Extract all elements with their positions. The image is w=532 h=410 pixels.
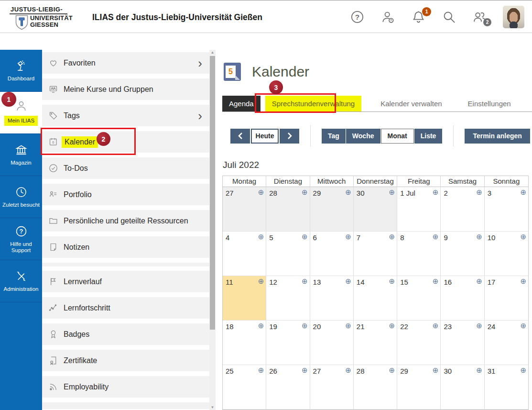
- notification-person-icon[interactable]: [380, 10, 395, 24]
- add-appointment-icon[interactable]: ⊕: [302, 277, 308, 285]
- day-cell-29[interactable]: 29⊕: [397, 365, 441, 410]
- sidebar-item-hilfe-und-support[interactable]: ?Hilfe und Support: [0, 218, 42, 260]
- scrollbar-thumb[interactable]: [210, 56, 215, 330]
- add-appointment-icon[interactable]: ⊕: [389, 233, 395, 240]
- view-liste-button[interactable]: Liste: [414, 129, 443, 144]
- today-button[interactable]: Heute: [251, 129, 279, 144]
- add-appointment-icon[interactable]: ⊕: [258, 188, 264, 196]
- tab-kalender-verwalten[interactable]: Kalender verwalten: [374, 96, 448, 111]
- scroll-up-icon[interactable]: ▲: [209, 50, 216, 55]
- day-cell-29[interactable]: 29⊕: [310, 187, 354, 232]
- add-appointment-icon[interactable]: ⊕: [433, 277, 439, 285]
- menu-item-lernfortschritt[interactable]: Lernfortschritt: [42, 297, 209, 319]
- add-appointment-icon[interactable]: ⊕: [433, 188, 439, 196]
- day-cell-4[interactable]: 4⊕: [223, 232, 266, 276]
- menu-item-favoriten[interactable]: Favoriten›: [42, 52, 209, 74]
- menu-item-notizen[interactable]: Notizen: [42, 236, 209, 258]
- day-cell-13[interactable]: 13⊕: [310, 276, 354, 321]
- day-cell-28[interactable]: 28⊕: [354, 365, 397, 410]
- day-cell-8[interactable]: 8⊕: [397, 232, 441, 276]
- sidebar-item-dashboard[interactable]: Dashboard: [0, 50, 42, 92]
- sidebar-item-magazin[interactable]: Magazin: [0, 134, 42, 176]
- add-appointment-icon[interactable]: ⊕: [345, 277, 351, 285]
- add-appointment-icon[interactable]: ⊕: [433, 366, 439, 374]
- menu-item-badges[interactable]: Badges: [42, 323, 209, 345]
- day-cell-24[interactable]: 24⊕: [485, 321, 528, 365]
- day-cell-28[interactable]: 28⊕: [266, 187, 310, 232]
- day-cell-23[interactable]: 23⊕: [441, 321, 484, 365]
- day-cell-31[interactable]: 31⊕: [485, 365, 528, 410]
- add-appointment-icon[interactable]: ⊕: [433, 233, 439, 240]
- bell-icon[interactable]: 1: [411, 10, 426, 24]
- add-appointment-icon[interactable]: ⊕: [302, 233, 308, 240]
- add-appointment-icon[interactable]: ⊕: [389, 188, 395, 196]
- day-cell-30[interactable]: 30⊕: [441, 365, 484, 410]
- day-cell-22[interactable]: 22⊕: [397, 321, 441, 365]
- day-cell-12[interactable]: 12⊕: [266, 276, 310, 321]
- add-appointment-icon[interactable]: ⊕: [520, 366, 526, 374]
- help-icon[interactable]: ?: [350, 10, 365, 24]
- add-appointment-icon[interactable]: ⊕: [345, 322, 351, 329]
- add-appointment-icon[interactable]: ⊕: [476, 188, 482, 196]
- add-appointment-icon[interactable]: ⊕: [476, 366, 482, 374]
- day-cell-25[interactable]: 25⊕: [223, 365, 266, 410]
- user-avatar[interactable]: [503, 6, 524, 28]
- create-appointment-button[interactable]: Termin anlegen: [465, 129, 530, 144]
- menu-item-zertifikate[interactable]: Zertifikate: [42, 350, 209, 371]
- day-cell-26[interactable]: 26⊕: [266, 365, 310, 410]
- view-monat-button[interactable]: Monat: [381, 129, 414, 144]
- add-appointment-icon[interactable]: ⊕: [345, 188, 351, 196]
- menu-item-employability[interactable]: Employability: [42, 376, 209, 398]
- day-cell-3[interactable]: 3⊕: [485, 187, 528, 232]
- scroll-down-icon[interactable]: ▼: [209, 405, 216, 410]
- add-appointment-icon[interactable]: ⊕: [476, 277, 482, 285]
- add-appointment-icon[interactable]: ⊕: [389, 277, 395, 285]
- view-tag-button[interactable]: Tag: [322, 129, 346, 144]
- tab-einstellungen[interactable]: Einstellungen: [461, 96, 518, 111]
- add-appointment-icon[interactable]: ⊕: [258, 366, 264, 374]
- sidebar-item-administration[interactable]: Administration: [0, 260, 42, 302]
- day-cell-30[interactable]: 30⊕: [354, 187, 397, 232]
- day-cell-16[interactable]: 16⊕: [441, 276, 484, 321]
- day-cell-14[interactable]: 14⊕: [354, 276, 397, 321]
- add-appointment-icon[interactable]: ⊕: [302, 188, 308, 196]
- add-appointment-icon[interactable]: ⊕: [476, 322, 482, 329]
- university-logo[interactable]: JUSTUS-LIEBIG- UNIVERSITÄT GIESSEN: [10, 5, 73, 30]
- add-appointment-icon[interactable]: ⊕: [476, 233, 482, 240]
- add-appointment-icon[interactable]: ⊕: [520, 277, 526, 285]
- day-cell-20[interactable]: 20⊕: [310, 321, 354, 365]
- day-cell-2[interactable]: 2⊕: [441, 187, 484, 232]
- search-icon[interactable]: [442, 10, 456, 24]
- add-appointment-icon[interactable]: ⊕: [258, 277, 264, 285]
- online-users-icon[interactable]: 2: [472, 10, 487, 24]
- day-cell-1-jul[interactable]: 1 Jul⊕: [397, 187, 441, 232]
- add-appointment-icon[interactable]: ⊕: [433, 322, 439, 329]
- add-appointment-icon[interactable]: ⊕: [345, 366, 351, 374]
- menu-item-lernverlauf[interactable]: Lernverlauf: [42, 271, 209, 292]
- day-cell-11[interactable]: 11⊕: [223, 276, 266, 321]
- add-appointment-icon[interactable]: ⊕: [302, 322, 308, 329]
- add-appointment-icon[interactable]: ⊕: [520, 188, 526, 196]
- menu-scrollbar[interactable]: ▲ ▼: [209, 50, 216, 410]
- day-cell-10[interactable]: 10⊕: [485, 232, 528, 276]
- day-cell-18[interactable]: 18⊕: [223, 321, 266, 365]
- menu-item-meine-kurse-und-gruppen[interactable]: Meine Kurse und Gruppen: [42, 78, 209, 100]
- menu-item-portfolio[interactable]: Portfolio: [42, 184, 209, 205]
- add-appointment-icon[interactable]: ⊕: [345, 233, 351, 240]
- sidebar-item-zuletzt-besucht[interactable]: Zuletzt besucht: [0, 176, 42, 218]
- day-cell-5[interactable]: 5⊕: [266, 232, 310, 276]
- view-woche-button[interactable]: Woche: [346, 129, 380, 144]
- day-cell-27[interactable]: 27⊕: [223, 187, 266, 232]
- menu-item-persoenliche-und-geteilte-ressourcen[interactable]: Persönliche und geteilte Ressourcen: [42, 210, 209, 232]
- add-appointment-icon[interactable]: ⊕: [258, 322, 264, 329]
- add-appointment-icon[interactable]: ⊕: [520, 322, 526, 329]
- day-cell-6[interactable]: 6⊕: [310, 232, 354, 276]
- day-cell-17[interactable]: 17⊕: [485, 276, 528, 321]
- day-cell-7[interactable]: 7⊕: [354, 232, 397, 276]
- add-appointment-icon[interactable]: ⊕: [258, 233, 264, 240]
- add-appointment-icon[interactable]: ⊕: [520, 233, 526, 240]
- add-appointment-icon[interactable]: ⊕: [389, 366, 395, 374]
- day-cell-15[interactable]: 15⊕: [397, 276, 441, 321]
- day-cell-19[interactable]: 19⊕: [266, 321, 310, 365]
- day-cell-27[interactable]: 27⊕: [310, 365, 354, 410]
